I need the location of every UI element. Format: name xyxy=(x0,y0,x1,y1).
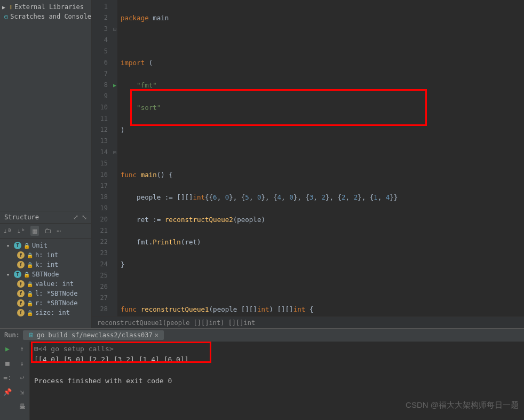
lock-icon: 🔒 xyxy=(27,300,33,306)
struct-field[interactable]: f 🔒 value: int xyxy=(0,279,91,289)
struct-label: Unit xyxy=(32,242,47,249)
collapse-icon[interactable]: ⤡ xyxy=(82,213,87,221)
struct-label: SBTNode xyxy=(32,271,59,278)
main-split: ▶ ⫴ External Libraries ◴ Scratches and C… xyxy=(0,0,524,328)
struct-label: k: int xyxy=(35,261,58,268)
field-icon: f xyxy=(17,309,25,316)
console-exit: Process finished with exit code 0 xyxy=(34,376,520,386)
highlight-box-output xyxy=(31,342,211,363)
struct-label: size: int xyxy=(35,309,70,316)
print-icon[interactable]: 🖶 xyxy=(19,402,26,410)
filter-icon[interactable]: ▦ xyxy=(30,226,39,236)
console-blank xyxy=(34,365,520,376)
lock-icon: 🔒 xyxy=(23,243,30,249)
close-icon[interactable]: × xyxy=(155,331,158,339)
struct-label: value: int xyxy=(35,280,74,288)
lock-icon: 🔒 xyxy=(23,272,30,278)
lock-icon: 🔒 xyxy=(27,252,33,258)
highlight-box-code xyxy=(130,89,427,126)
chevron-right-icon: ▶ xyxy=(2,4,7,10)
type-icon: T xyxy=(14,242,21,249)
expand-icon[interactable]: ⤢ xyxy=(73,213,78,221)
lock-icon: 🔒 xyxy=(27,281,33,287)
down-icon[interactable]: ↓ xyxy=(20,359,25,367)
scratch-icon: ◴ xyxy=(4,13,8,20)
structure-toolbar: ↓ª ↓ᵇ ▦ 🗀 ⋯ xyxy=(0,224,91,239)
field-icon: f xyxy=(17,251,25,259)
tree-label: Scratches and Consoles xyxy=(10,13,91,20)
run-header: Run: 🗎 go build sf/newclass2/class037 × xyxy=(0,329,524,342)
wrap-icon[interactable]: ↩ xyxy=(20,374,25,382)
watermark: CSDN @福大大架构师每日一题 xyxy=(406,400,519,410)
lock-icon: 🔒 xyxy=(27,262,33,268)
field-icon: f xyxy=(17,280,25,288)
go-icon: 🗎 xyxy=(28,331,35,339)
sort-icon[interactable]: ↓ª xyxy=(3,227,12,235)
breadcrumb[interactable]: reconstructQueue1(people [][]int) [][]in… xyxy=(92,316,524,328)
layout-icon[interactable]: =: xyxy=(3,374,12,382)
struct-unit[interactable]: ▾ T 🔒 Unit xyxy=(0,241,91,250)
structure-tree[interactable]: ▾ T 🔒 Unit f 🔒 h: int f 🔒 k: int ▾ T 🔒 S… xyxy=(0,239,91,328)
editor[interactable]: 1234567891011121314151617181920212223242… xyxy=(92,0,524,328)
stop-icon[interactable]: ■ xyxy=(5,359,10,367)
struct-field[interactable]: f 🔒 size: int xyxy=(0,308,91,318)
gutter-marks: ⊟ ▶ ⊟ xyxy=(109,1,116,158)
line-gutter[interactable]: 1234567891011121314151617181920212223242… xyxy=(92,0,117,316)
more-icon[interactable]: ⋯ xyxy=(57,227,61,235)
lock-icon: 🔒 xyxy=(27,291,33,297)
struct-sbtnode[interactable]: ▾ T 🔒 SBTNode xyxy=(0,270,91,279)
run-toolbar-2: ↑ ↓ ↩ ⇲ 🖶 xyxy=(15,342,30,420)
struct-field[interactable]: f 🔒 k: int xyxy=(0,260,91,270)
struct-label: h: int xyxy=(35,251,58,259)
struct-label: l: *SBTNode xyxy=(35,290,77,297)
field-icon: f xyxy=(17,299,25,307)
run-toolbar-1: ▶ ■ =: 📌 xyxy=(0,342,15,420)
structure-title: Structure xyxy=(4,213,39,221)
chevron-down-icon: ▾ xyxy=(6,243,12,249)
lock-icon: 🔒 xyxy=(27,310,33,316)
run-config-tab[interactable]: 🗎 go build sf/newclass2/class037 × xyxy=(23,330,164,340)
breadcrumb-text: reconstructQueue1(people [][]int) [][]in… xyxy=(97,319,255,327)
run-label: Run: xyxy=(4,331,20,339)
up-icon[interactable]: ↑ xyxy=(20,345,25,353)
struct-field[interactable]: f 🔒 r: *SBTNode xyxy=(0,298,91,308)
struct-label: r: *SBTNode xyxy=(35,299,77,307)
struct-field[interactable]: f 🔒 l: *SBTNode xyxy=(0,289,91,298)
external-libraries-node[interactable]: ▶ ⫴ External Libraries xyxy=(0,2,91,12)
struct-field[interactable]: f 🔒 h: int xyxy=(0,250,91,260)
type-icon: T xyxy=(14,271,21,278)
library-icon: ⫴ xyxy=(10,3,12,11)
run-tab-title: go build sf/newclass2/class037 xyxy=(37,331,153,339)
run-gutter-icon[interactable]: ▶ xyxy=(109,80,116,91)
field-icon: f xyxy=(17,261,25,268)
project-tree[interactable]: ▶ ⫴ External Libraries ◴ Scratches and C… xyxy=(0,0,91,211)
tree-label: External Libraries xyxy=(14,3,84,11)
scroll-icon[interactable]: ⇲ xyxy=(20,388,25,396)
sort2-icon[interactable]: ↓ᵇ xyxy=(17,227,26,235)
field-icon: f xyxy=(17,290,25,297)
pin-icon[interactable]: 📌 xyxy=(3,388,12,396)
folder-icon[interactable]: 🗀 xyxy=(44,227,51,235)
left-panel: ▶ ⫴ External Libraries ◴ Scratches and C… xyxy=(0,0,92,328)
chevron-down-icon: ▾ xyxy=(6,272,12,278)
structure-header: Structure ⤢ ⤡ xyxy=(0,211,91,224)
code-area[interactable]: package main import ( "fmt" "sort" ) fun… xyxy=(117,0,524,316)
scratches-node[interactable]: ◴ Scratches and Consoles xyxy=(0,12,91,21)
rerun-icon[interactable]: ▶ xyxy=(5,345,10,353)
